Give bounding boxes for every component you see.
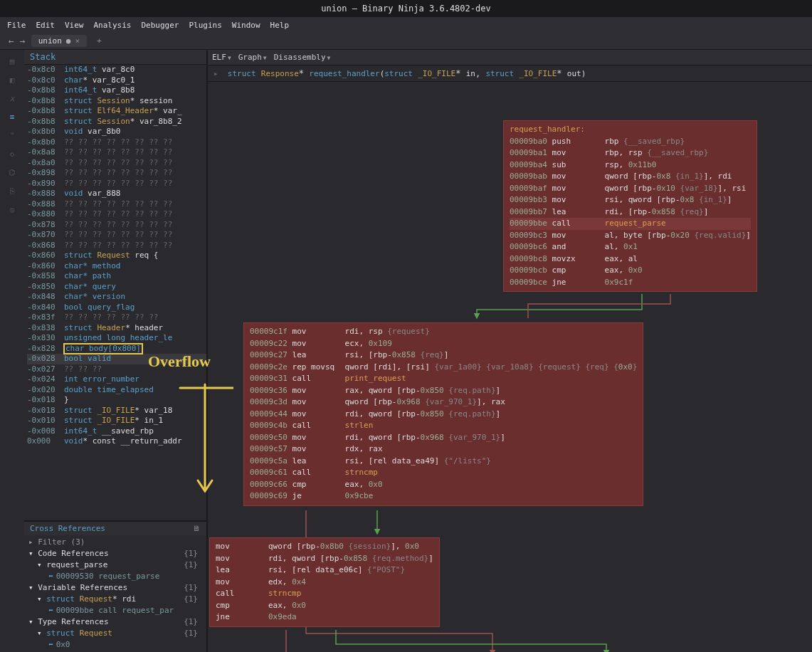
menubar: File Edit View Analysis Debugger Plugins… [0, 17, 812, 33]
xref-row[interactable]: ⬅00009530 request_parse [28, 571, 202, 582]
sidebar-icon-target[interactable]: ◎ [5, 202, 19, 216]
stack-row[interactable]: -0x8b0?? ?? ?? ?? ?? ?? ?? ?? [27, 137, 206, 148]
stack-header: Stack [24, 50, 206, 65]
stack-view[interactable]: -0x8c0int64_t var_8c0-0x8c0char* var_8c0… [24, 65, 206, 520]
stack-row[interactable]: -0x8a0?? ?? ?? ?? ?? ?? ?? ?? [27, 158, 206, 169]
menu-window[interactable]: Window [232, 21, 260, 30]
window-title: union — Binary Ninja 3.6.4802-dev [0, 0, 812, 17]
stack-row[interactable]: -0x840 bool query_flag [27, 303, 206, 313]
stack-row[interactable]: -0x828 char body[0x800] [27, 344, 206, 354]
xref-row[interactable]: ▾ struct Request* rdi{1} [28, 594, 202, 605]
xref-row[interactable]: ▾ request_parse{1} [28, 559, 202, 571]
sidebar-icon-x[interactable]: x [5, 91, 19, 105]
tab-label: union [38, 36, 62, 46]
stack-row[interactable]: -0x8a8?? ?? ?? ?? ?? ?? ?? ?? [27, 147, 206, 158]
nav-forward-icon[interactable]: → [20, 36, 26, 46]
stack-row[interactable]: -0x898?? ?? ?? ?? ?? ?? ?? ?? [27, 168, 206, 179]
stack-row[interactable]: -0x888void var_888 [27, 189, 206, 199]
basic-block-3[interactable]: movqword [rbp-0x8b0 {session}], 0x0movrd… [209, 537, 440, 627]
xref-body[interactable]: ▸ Filter (3)▾ Code References{1}▾ reques… [24, 535, 206, 652]
menu-plugins[interactable]: Plugins [189, 21, 221, 30]
menu-help[interactable]: Help [270, 21, 290, 30]
stack-row[interactable]: -0x850 char* query [27, 282, 206, 293]
tab-dirty-icon: ● [66, 36, 71, 46]
stack-row[interactable]: -0x018struct _IO_FILE* var_18 [27, 406, 206, 416]
add-tab-icon[interactable]: + [93, 36, 106, 46]
xref-row[interactable]: ⬅00009bbe call request_par [28, 605, 202, 616]
stack-row[interactable]: -0x83f ?? ?? ?? ?? ?? ?? ?? [27, 312, 206, 323]
view-disasm[interactable]: Disassembly▼ [274, 53, 331, 62]
stack-row[interactable]: -0x860struct Request req { [27, 251, 206, 261]
stack-row[interactable]: -0x848 char* version [27, 292, 206, 303]
view-graph[interactable]: Graph▼ [238, 53, 267, 62]
file-tab[interactable]: union ● × [31, 35, 87, 47]
stack-row[interactable]: -0x028 bool valid [27, 354, 206, 364]
stack-row[interactable]: -0x8b8struct Session* session [27, 96, 206, 107]
stack-row[interactable]: -0x868?? ?? ?? ?? ?? ?? ?? ?? [27, 241, 206, 251]
stack-row[interactable]: -0x860 char* method [27, 261, 206, 272]
xref-pane: Cross References 🗎 ▸ Filter (3)▾ Code Re… [24, 520, 206, 652]
stack-row[interactable]: -0x027 ?? ?? ?? [27, 364, 206, 375]
xref-row[interactable]: ▾ Type References{1} [28, 616, 202, 628]
close-icon[interactable]: × [75, 36, 80, 46]
sidebar-icon-2[interactable]: ◧ [5, 73, 19, 87]
stack-row[interactable]: -0x8c0char* var_8c0_1 [27, 75, 206, 86]
xref-row[interactable]: ⬅0x0 [28, 639, 202, 651]
stack-row[interactable]: -0x888?? ?? ?? ?? ?? ?? ?? ?? [27, 199, 206, 210]
stack-row[interactable]: -0x8b8struct Session* var_8b8_2 [27, 117, 206, 127]
xref-row[interactable]: ▾ Code References{1} [28, 548, 202, 559]
xref-export-icon[interactable]: 🗎 [193, 524, 201, 533]
graph-area[interactable]: request_handler:00009ba0 pushrbp {__save… [208, 82, 812, 652]
left-pane: Stack -0x8c0int64_t var_8c0-0x8c0char* v… [24, 50, 208, 652]
sidebar-icon-quote[interactable]: " [5, 128, 19, 142]
stack-row[interactable]: -0x8b8int64_t var_8b8 [27, 85, 206, 96]
basic-block-1[interactable]: request_handler:00009ba0 pushrbp {__save… [503, 120, 757, 292]
xref-filter[interactable]: ▸ Filter (3) [28, 537, 202, 548]
right-pane: ELF▼ Graph▼ Disassembly▼ ▸ struct Respon… [208, 50, 812, 652]
stack-row[interactable]: -0x8b8struct Elf64_Header* var_ [27, 106, 206, 117]
stack-row[interactable]: 0x000void* const __return_addr [27, 436, 206, 447]
menu-file[interactable]: File [7, 21, 26, 30]
xref-row[interactable]: ▾ struct Request{1} [28, 628, 202, 639]
sidebar-icon-stack[interactable]: ≡ [5, 110, 19, 124]
stack-row[interactable]: -0x830 unsigned long header_le [27, 333, 206, 344]
stack-row[interactable]: -0x018} [27, 395, 206, 406]
stack-row[interactable]: -0x008int64_t __saved_rbp [27, 426, 206, 437]
stack-row[interactable]: -0x890?? ?? ?? ?? ?? ?? ?? ?? [27, 179, 206, 189]
basic-block-2[interactable]: 00009c1f movrdi, rsp {request}00009c22 m… [243, 322, 643, 506]
function-signature: ▸ struct Response* request_handler(struc… [208, 65, 812, 82]
xref-row[interactable]: ▾ Variable References{1} [28, 582, 202, 594]
stack-row[interactable]: -0x880?? ?? ?? ?? ?? ?? ?? ?? [27, 209, 206, 220]
menu-debugger[interactable]: Debugger [141, 21, 179, 30]
stack-row[interactable]: -0x8c0int64_t var_8c0 [27, 65, 206, 75]
xref-title: Cross References [30, 524, 105, 533]
stack-row[interactable]: -0x8b0void var_8b0 [27, 127, 206, 137]
stack-row[interactable]: -0x870?? ?? ?? ?? ?? ?? ?? ?? [27, 230, 206, 241]
stack-row[interactable]: -0x024 int error_number [27, 374, 206, 385]
menu-edit[interactable]: Edit [36, 21, 56, 30]
sidebar-icon-db[interactable]: ⌬ [5, 165, 19, 179]
menu-view[interactable]: View [65, 21, 84, 30]
sidebar-icon-tag[interactable]: ◇ [5, 147, 19, 161]
sidebar-icon-1[interactable]: ▤ [5, 54, 19, 68]
sidebar-iconbar: ▤ ◧ x ≡ " ◇ ⌬ ⎘ ◎ [0, 50, 24, 652]
navbar: ← → union ● × + [0, 33, 812, 50]
menu-analysis[interactable]: Analysis [94, 21, 132, 30]
viewbar: ELF▼ Graph▼ Disassembly▼ [208, 50, 812, 65]
stack-row[interactable]: -0x878?? ?? ?? ?? ?? ?? ?? ?? [27, 220, 206, 231]
view-elf[interactable]: ELF▼ [212, 53, 231, 62]
nav-back-icon[interactable]: ← [9, 36, 14, 46]
stack-row[interactable]: -0x858 char* path [27, 271, 206, 282]
collapse-icon[interactable]: ▸ [213, 69, 218, 78]
stack-row[interactable]: -0x838 struct Header* header [27, 323, 206, 334]
stack-row[interactable]: -0x020 double time_elapsed [27, 385, 206, 396]
sidebar-icon-link[interactable]: ⎘ [5, 184, 19, 198]
stack-row[interactable]: -0x010struct _IO_FILE* in_1 [27, 416, 206, 426]
xref-header: Cross References 🗎 [24, 522, 206, 535]
